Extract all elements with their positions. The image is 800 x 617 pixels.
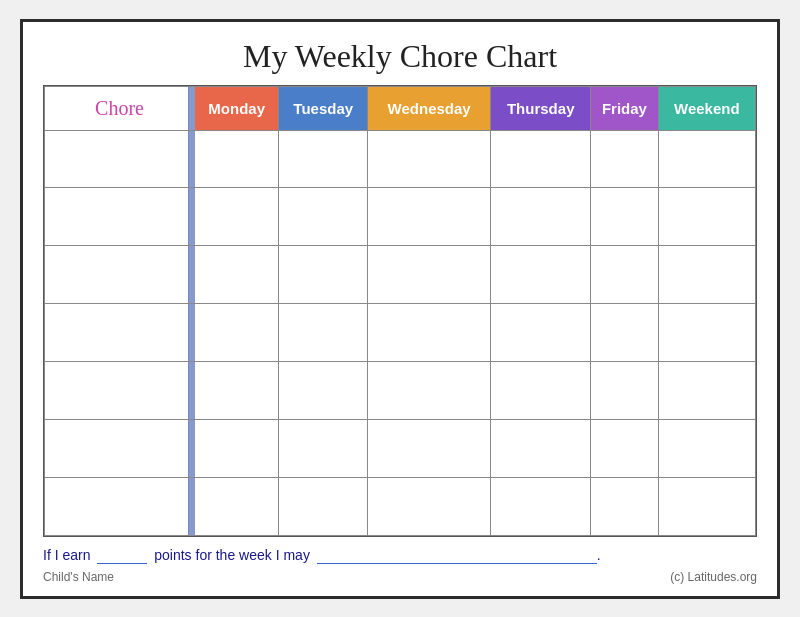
day-cell[interactable] (658, 188, 755, 246)
day-cell[interactable] (491, 130, 591, 188)
points-blank (97, 547, 147, 564)
chore-cell[interactable] (45, 246, 195, 304)
monday-header: Monday (195, 86, 279, 130)
day-cell[interactable] (491, 304, 591, 362)
table-row (45, 246, 756, 304)
table-row (45, 419, 756, 477)
day-cell[interactable] (591, 361, 658, 419)
day-cell[interactable] (591, 188, 658, 246)
copyright-text: (c) Latitudes.org (670, 570, 757, 584)
child-name-label: Child's Name (43, 570, 114, 584)
weekend-header: Weekend (658, 86, 755, 130)
table-row (45, 130, 756, 188)
day-cell[interactable] (279, 246, 368, 304)
day-cell[interactable] (368, 304, 491, 362)
day-cell[interactable] (491, 419, 591, 477)
chore-cell[interactable] (45, 419, 195, 477)
day-cell[interactable] (368, 246, 491, 304)
wednesday-header: Wednesday (368, 86, 491, 130)
chore-column-header: Chore (45, 86, 195, 130)
day-cell[interactable] (279, 130, 368, 188)
table-row (45, 188, 756, 246)
chore-cell[interactable] (45, 130, 195, 188)
chore-cell[interactable] (45, 188, 195, 246)
day-cell[interactable] (195, 304, 279, 362)
day-cell[interactable] (368, 477, 491, 535)
day-cell[interactable] (591, 304, 658, 362)
chart-body (45, 130, 756, 535)
table-row (45, 361, 756, 419)
day-cell[interactable] (491, 246, 591, 304)
day-cell[interactable] (491, 188, 591, 246)
day-cell[interactable] (195, 130, 279, 188)
day-cell[interactable] (658, 419, 755, 477)
day-cell[interactable] (279, 361, 368, 419)
day-cell[interactable] (279, 419, 368, 477)
tuesday-header: Tuesday (279, 86, 368, 130)
page-title: My Weekly Chore Chart (43, 38, 757, 75)
day-cell[interactable] (368, 130, 491, 188)
day-cell[interactable] (368, 188, 491, 246)
chore-cell[interactable] (45, 304, 195, 362)
day-cell[interactable] (658, 130, 755, 188)
day-cell[interactable] (591, 246, 658, 304)
chore-table: Chore Monday Tuesday Wednesday Thursday … (44, 86, 756, 536)
day-cell[interactable] (368, 361, 491, 419)
table-row (45, 304, 756, 362)
day-cell[interactable] (279, 477, 368, 535)
day-cell[interactable] (195, 477, 279, 535)
day-cell[interactable] (658, 361, 755, 419)
header-row: Chore Monday Tuesday Wednesday Thursday … (45, 86, 756, 130)
thursday-header: Thursday (491, 86, 591, 130)
friday-header: Friday (591, 86, 658, 130)
day-cell[interactable] (591, 477, 658, 535)
bottom-row: Child's Name (c) Latitudes.org (43, 570, 757, 584)
chore-cell[interactable] (45, 477, 195, 535)
day-cell[interactable] (658, 246, 755, 304)
day-cell[interactable] (591, 130, 658, 188)
chore-cell[interactable] (45, 361, 195, 419)
earn-text-2: points for the week I may (154, 547, 310, 563)
day-cell[interactable] (368, 419, 491, 477)
reward-blank (317, 547, 597, 564)
day-cell[interactable] (279, 188, 368, 246)
day-cell[interactable] (195, 361, 279, 419)
day-cell[interactable] (195, 419, 279, 477)
day-cell[interactable] (591, 419, 658, 477)
earn-text-1: If I earn (43, 547, 90, 563)
day-cell[interactable] (195, 188, 279, 246)
chart-container: Chore Monday Tuesday Wednesday Thursday … (43, 85, 757, 537)
table-row (45, 477, 756, 535)
day-cell[interactable] (491, 361, 591, 419)
day-cell[interactable] (658, 477, 755, 535)
day-cell[interactable] (195, 246, 279, 304)
day-cell[interactable] (658, 304, 755, 362)
day-cell[interactable] (491, 477, 591, 535)
footer: If I earn points for the week I may . Ch… (43, 547, 757, 584)
earn-line: If I earn points for the week I may . (43, 547, 757, 564)
page: My Weekly Chore Chart Chore Monday Tuesd… (20, 19, 780, 599)
day-cell[interactable] (279, 304, 368, 362)
